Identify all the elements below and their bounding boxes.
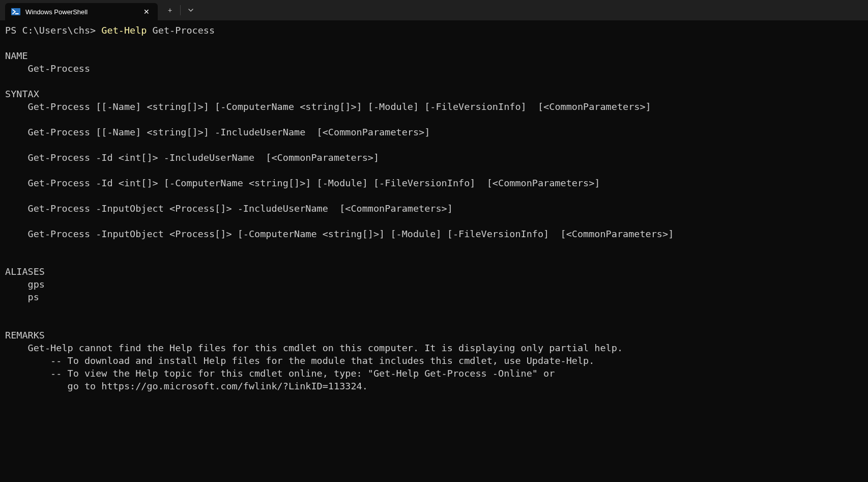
section-header-aliases: ALIASES [5, 266, 45, 277]
tab-dropdown-button[interactable] [182, 2, 200, 18]
new-tab-button[interactable]: + [161, 2, 179, 18]
divider [180, 5, 181, 15]
output-line: -- To view the Help topic for this cmdle… [5, 368, 555, 379]
tab-actions: + [161, 0, 200, 20]
output-line: Get-Process -Id <int[]> [-ComputerName <… [5, 178, 600, 188]
section-header-syntax: SYNTAX [5, 89, 39, 99]
output-line: Get-Process -InputObject <Process[]> -In… [5, 203, 453, 214]
output-line: -- To download and install Help files fo… [5, 355, 594, 366]
output-line: go to https://go.microsoft.com/fwlink/?L… [5, 381, 368, 391]
output-line: Get-Help cannot find the Help files for … [5, 343, 623, 353]
section-header-remarks: REMARKS [5, 330, 45, 341]
output-line: ps [5, 292, 39, 302]
output-line: Get-Process -Id <int[]> -IncludeUserName… [5, 152, 379, 163]
section-header-name: NAME [5, 50, 28, 61]
powershell-icon [11, 7, 20, 16]
chevron-down-icon [188, 7, 194, 13]
tab-powershell[interactable]: Windows PowerShell ✕ [5, 3, 158, 20]
close-icon[interactable]: ✕ [141, 7, 152, 17]
output-line: Get-Process [5, 63, 90, 74]
command-arg: Get-Process [147, 25, 215, 36]
titlebar: Windows PowerShell ✕ + [0, 0, 868, 20]
command-name: Get-Help [101, 25, 147, 36]
output-line: Get-Process [[-Name] <string[]>] [-Compu… [5, 101, 651, 112]
prompt: PS C:\Users\chs> [5, 25, 101, 36]
output-line: gps [5, 279, 45, 290]
tab-title: Windows PowerShell [25, 8, 136, 16]
output-line: Get-Process [[-Name] <string[]>] -Includ… [5, 127, 430, 137]
terminal-output[interactable]: PS C:\Users\chs> Get-Help Get-Process NA… [0, 20, 868, 397]
output-line: Get-Process -InputObject <Process[]> [-C… [5, 229, 674, 239]
